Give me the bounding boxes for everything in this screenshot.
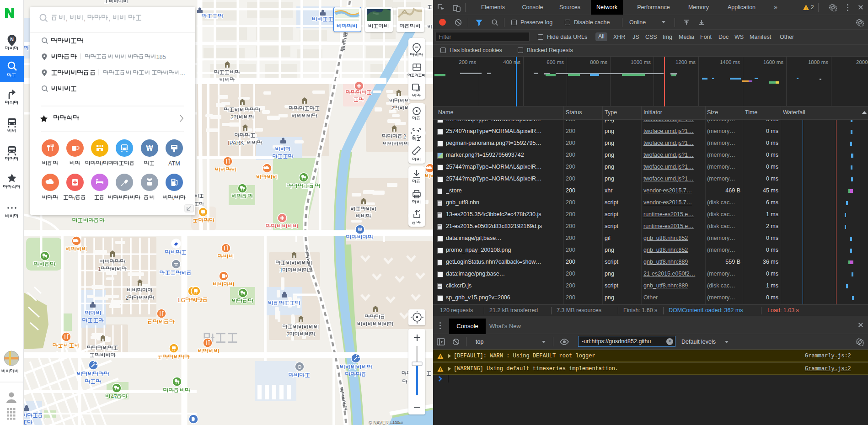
svg-text:W: W <box>358 227 362 232</box>
svg-text:1: 1 <box>279 267 283 274</box>
svg-text:2: 2 <box>403 133 407 140</box>
svg-text:IPARK: IPARK <box>228 140 244 146</box>
svg-text:2: 2 <box>286 331 289 338</box>
svg-text:!: ! <box>805 6 807 11</box>
svg-text:LG: LG <box>178 297 186 303</box>
svg-text:2: 2 <box>125 295 129 301</box>
svg-text:47: 47 <box>111 393 117 400</box>
svg-text:!: ! <box>440 367 441 372</box>
svg-text:!: ! <box>440 355 441 359</box>
svg-text:2: 2 <box>230 114 234 121</box>
svg-text:1: 1 <box>98 266 101 272</box>
svg-text:2: 2 <box>391 105 395 112</box>
